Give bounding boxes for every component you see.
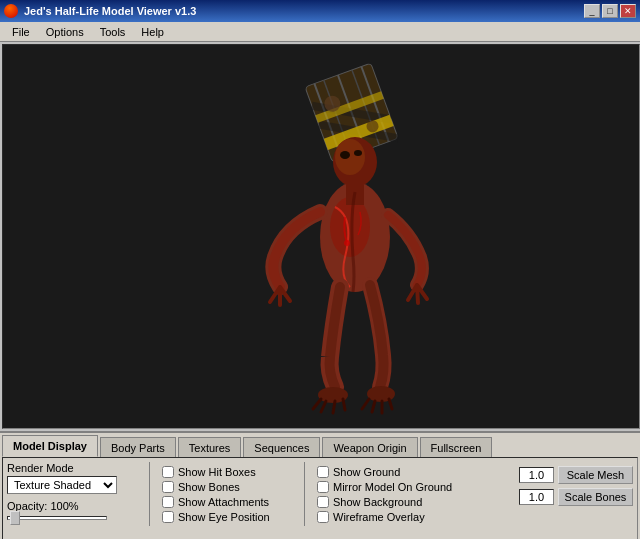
controls-area: Render Mode Texture Shaded Opacity: 100% [2,457,638,539]
menu-help[interactable]: Help [133,24,172,40]
label-wireframe-overlay: Wireframe Overlay [333,511,425,523]
opacity-label: Opacity: 100% [7,500,137,512]
menu-file[interactable]: File [4,24,38,40]
render-mode-select[interactable]: Texture Shaded [7,476,117,494]
checkbox-wireframe-overlay[interactable] [317,511,329,523]
divider-2 [304,462,305,526]
scale-mesh-input[interactable] [519,467,554,483]
menu-tools[interactable]: Tools [92,24,134,40]
label-show-ground: Show Ground [333,466,400,478]
checkboxes-col2: Show Ground Mirror Model On Ground Show … [317,466,477,526]
tab-weapon-origin[interactable]: Weapon Origin [322,437,417,457]
model-scene [3,45,639,428]
label-show-background: Show Background [333,496,422,508]
render-mode-label: Render Mode [7,462,137,474]
minimize-button[interactable]: _ [584,4,600,18]
scale-bones-input[interactable] [519,489,554,505]
tab-textures[interactable]: Textures [178,437,242,457]
tab-body-parts[interactable]: Body Parts [100,437,176,457]
tab-sequences[interactable]: Sequences [243,437,320,457]
scale-section: Scale Mesh Scale Bones [519,466,633,506]
checkbox-show-background[interactable] [317,496,329,508]
label-show-eye-position: Show Eye Position [178,511,270,523]
label-show-attachments: Show Attachments [178,496,269,508]
character-model [225,57,465,417]
opacity-slider-track[interactable] [7,516,107,520]
opacity-slider-thumb[interactable] [10,511,20,525]
checkbox-mirror-model[interactable] [317,481,329,493]
divider-1 [149,462,150,526]
svg-point-13 [330,197,370,257]
checkbox-show-hit-boxes[interactable] [162,466,174,478]
title-bar: Jed's Half-Life Model Viewer v1.3 _ □ ✕ [0,0,640,22]
label-mirror-model: Mirror Model On Ground [333,481,452,493]
svg-point-15 [335,139,365,175]
svg-point-21 [344,240,350,246]
app-icon [4,4,18,18]
close-button[interactable]: ✕ [620,4,636,18]
render-mode-section: Render Mode Texture Shaded Opacity: 100% [7,462,137,526]
bottom-panel: Model Display Body Parts Textures Sequen… [0,431,640,539]
checkboxes-col1: Show Hit Boxes Show Bones Show Attachmen… [162,466,292,526]
window-title: Jed's Half-Life Model Viewer v1.3 [24,5,196,17]
svg-point-17 [354,150,362,156]
maximize-button[interactable]: □ [602,4,618,18]
label-show-hit-boxes: Show Hit Boxes [178,466,256,478]
menu-options[interactable]: Options [38,24,92,40]
menu-bar: File Options Tools Help [0,22,640,42]
svg-point-20 [367,386,395,402]
checkbox-show-bones[interactable] [162,481,174,493]
svg-point-16 [340,151,350,159]
scale-bones-button[interactable]: Scale Bones [558,488,633,506]
tab-fullscreen[interactable]: Fullscreen [420,437,493,457]
model-viewport[interactable] [2,44,640,429]
checkbox-show-ground[interactable] [317,466,329,478]
scale-mesh-button[interactable]: Scale Mesh [558,466,633,484]
checkbox-show-attachments[interactable] [162,496,174,508]
label-show-bones: Show Bones [178,481,240,493]
tab-model-display[interactable]: Model Display [2,435,98,457]
tab-bar: Model Display Body Parts Textures Sequen… [2,435,638,457]
checkbox-show-eye-position[interactable] [162,511,174,523]
